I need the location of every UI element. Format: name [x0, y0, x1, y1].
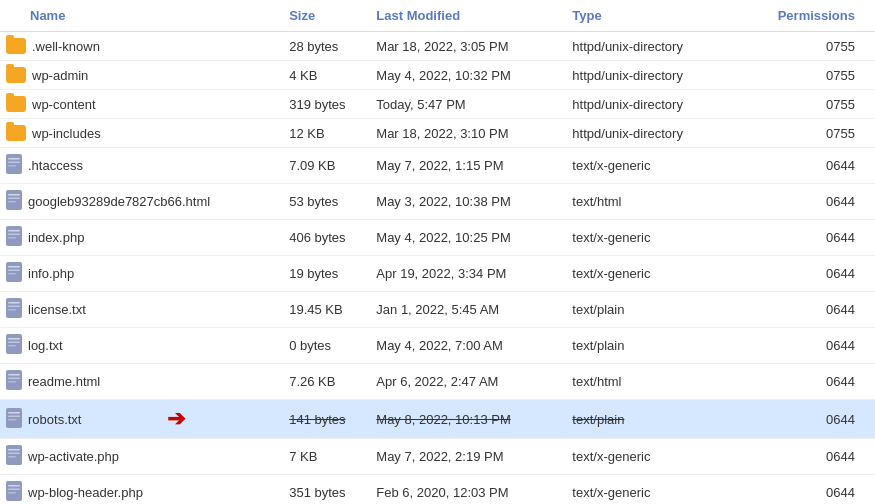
file-type-cell: text/html [566, 364, 762, 400]
file-permissions-cell: 0755 [762, 61, 875, 90]
file-modified-cell: Apr 6, 2022, 2:47 AM [370, 364, 566, 400]
file-name-cell: wp-content [0, 90, 260, 118]
svg-rect-33 [8, 449, 20, 451]
file-modified-cell: Feb 6, 2020, 12:03 PM [370, 475, 566, 505]
header-type[interactable]: Type [566, 0, 762, 32]
table-row[interactable]: .well-known28 bytesMar 18, 2022, 3:05 PM… [0, 32, 875, 61]
file-permissions-cell: 0755 [762, 32, 875, 61]
file-type-cell: text/plain [566, 400, 762, 439]
table-row[interactable]: index.php406 bytesMay 4, 2022, 10:25 PMt… [0, 220, 875, 256]
header-permissions[interactable]: Permissions [762, 0, 875, 32]
file-modified-cell: May 8, 2022, 10:13 PM [370, 400, 566, 439]
folder-icon [6, 125, 26, 141]
table-row[interactable]: info.php19 bytesApr 19, 2022, 3:34 PMtex… [0, 256, 875, 292]
file-name-text: info.php [28, 266, 74, 281]
svg-rect-22 [8, 342, 20, 344]
file-name-text: wp-admin [32, 68, 88, 83]
svg-rect-5 [8, 194, 20, 196]
file-icon [6, 481, 22, 504]
file-icon [6, 334, 22, 357]
file-type-cell: text/x-generic [566, 475, 762, 505]
table-row[interactable]: log.txt0 bytesMay 4, 2022, 7:00 AMtext/p… [0, 328, 875, 364]
file-name-text: wp-blog-header.php [28, 485, 143, 500]
svg-rect-39 [8, 492, 16, 494]
svg-rect-1 [8, 158, 20, 160]
svg-rect-16 [6, 298, 22, 318]
svg-rect-34 [8, 453, 20, 455]
folder-icon [6, 67, 26, 83]
header-name[interactable]: Name [0, 0, 283, 32]
table-row[interactable]: .htaccess7.09 KBMay 7, 2022, 1:15 PMtext… [0, 148, 875, 184]
file-permissions-cell: 0755 [762, 119, 875, 148]
file-name-cell: robots.txt➔ [0, 400, 260, 438]
svg-rect-38 [8, 489, 20, 491]
file-name-cell: info.php [0, 256, 260, 291]
file-type-cell: text/x-generic [566, 148, 762, 184]
svg-rect-36 [6, 481, 22, 501]
file-size-cell: 53 bytes [283, 184, 370, 220]
file-name-cell: .well-known [0, 32, 260, 60]
svg-rect-8 [6, 226, 22, 246]
file-modified-cell: May 4, 2022, 10:32 PM [370, 61, 566, 90]
svg-rect-25 [8, 374, 20, 376]
file-name-cell: wp-blog-header.php [0, 475, 260, 504]
file-permissions-cell: 0644 [762, 328, 875, 364]
svg-rect-10 [8, 234, 20, 236]
file-permissions-cell: 0755 [762, 90, 875, 119]
file-size-cell: 28 bytes [283, 32, 370, 61]
svg-rect-27 [8, 381, 16, 383]
table-row[interactable]: wp-includes12 KBMar 18, 2022, 3:10 PMhtt… [0, 119, 875, 148]
table-row[interactable]: license.txt19.45 KBJan 1, 2022, 5:45 AMt… [0, 292, 875, 328]
svg-rect-32 [6, 445, 22, 465]
svg-rect-18 [8, 306, 20, 308]
table-row[interactable]: readme.html7.26 KBApr 6, 2022, 2:47 AMte… [0, 364, 875, 400]
table-row[interactable]: wp-admin4 KBMay 4, 2022, 10:32 PMhttpd/u… [0, 61, 875, 90]
svg-rect-6 [8, 198, 20, 200]
file-size-cell: 351 bytes [283, 475, 370, 505]
table-row[interactable]: wp-activate.php7 KBMay 7, 2022, 2:19 PMt… [0, 439, 875, 475]
file-size-cell: 19 bytes [283, 256, 370, 292]
file-size-cell: 406 bytes [283, 220, 370, 256]
svg-rect-11 [8, 237, 16, 239]
file-permissions-cell: 0644 [762, 184, 875, 220]
file-icon [6, 154, 22, 177]
file-name-cell: log.txt [0, 328, 260, 363]
svg-rect-17 [8, 302, 20, 304]
svg-rect-14 [8, 270, 20, 272]
table-row[interactable]: wp-content319 bytesToday, 5:47 PMhttpd/u… [0, 90, 875, 119]
svg-rect-0 [6, 154, 22, 174]
file-modified-cell: Jan 1, 2022, 5:45 AM [370, 292, 566, 328]
file-name-text: wp-activate.php [28, 449, 119, 464]
file-modified-cell: Apr 19, 2022, 3:34 PM [370, 256, 566, 292]
file-name-text: googleb93289de7827cb66.html [28, 194, 210, 209]
header-last-modified[interactable]: Last Modified [370, 0, 566, 32]
svg-rect-7 [8, 201, 16, 203]
header-size[interactable]: Size [283, 0, 370, 32]
file-type-cell: httpd/unix-directory [566, 90, 762, 119]
file-name-text: robots.txt [28, 412, 81, 427]
file-name-text: .well-known [32, 39, 100, 54]
file-name-cell: wp-admin [0, 61, 260, 89]
file-icon [6, 226, 22, 249]
file-name-text: wp-content [32, 97, 96, 112]
file-size-cell: 319 bytes [283, 90, 370, 119]
file-size-cell: 7 KB [283, 439, 370, 475]
svg-rect-26 [8, 378, 20, 380]
table-row[interactable]: wp-blog-header.php351 bytesFeb 6, 2020, … [0, 475, 875, 505]
file-modified-cell: May 4, 2022, 10:25 PM [370, 220, 566, 256]
table-row[interactable]: robots.txt➔141 bytesMay 8, 2022, 10:13 P… [0, 400, 875, 439]
file-name-cell: index.php [0, 220, 260, 255]
file-type-cell: text/x-generic [566, 220, 762, 256]
file-permissions-cell: 0644 [762, 439, 875, 475]
file-type-cell: httpd/unix-directory [566, 119, 762, 148]
file-modified-cell: Mar 18, 2022, 3:10 PM [370, 119, 566, 148]
file-name-text: log.txt [28, 338, 63, 353]
file-permissions-cell: 0644 [762, 148, 875, 184]
file-name-text: index.php [28, 230, 84, 245]
svg-rect-4 [6, 190, 22, 210]
file-type-cell: httpd/unix-directory [566, 32, 762, 61]
file-manager-table: Name Size Last Modified Type Permissions… [0, 0, 875, 504]
svg-rect-3 [8, 165, 16, 167]
file-permissions-cell: 0644 [762, 220, 875, 256]
table-row[interactable]: googleb93289de7827cb66.html53 bytesMay 3… [0, 184, 875, 220]
